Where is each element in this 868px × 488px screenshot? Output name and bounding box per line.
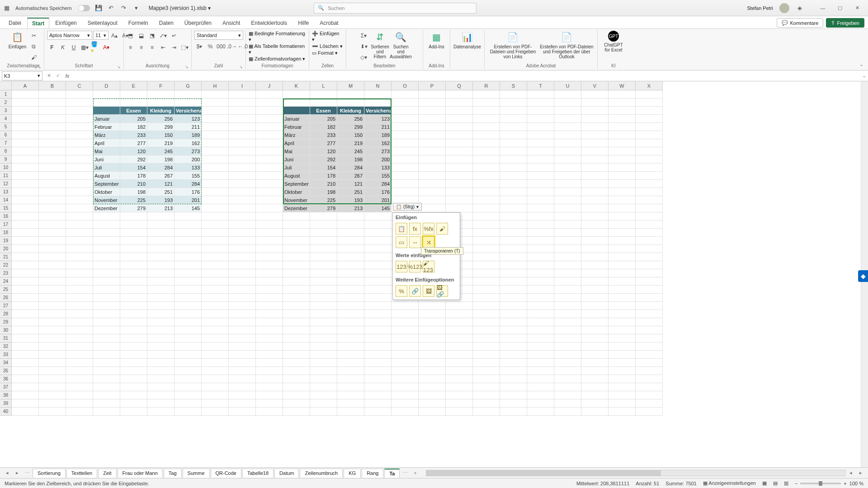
cell[interactable]	[283, 221, 310, 229]
percent-icon[interactable]: %	[205, 42, 215, 52]
cell[interactable]	[392, 367, 419, 375]
cell[interactable]	[473, 155, 500, 164]
cell[interactable]	[310, 318, 337, 326]
col-header[interactable]: I	[229, 81, 256, 90]
cell[interactable]	[581, 277, 609, 286]
cell[interactable]	[147, 277, 175, 286]
cell[interactable]	[283, 399, 310, 408]
cell[interactable]	[202, 351, 229, 359]
cell[interactable]	[581, 253, 609, 261]
cell[interactable]	[473, 367, 500, 375]
cell[interactable]	[229, 115, 256, 123]
cell[interactable]	[283, 375, 310, 383]
cell[interactable]	[202, 139, 229, 147]
cond-format-button[interactable]: ▦ Bedingte Formatierung ▾	[249, 31, 306, 42]
cell[interactable]	[39, 204, 66, 212]
cell[interactable]	[636, 139, 663, 147]
cell[interactable]	[500, 123, 527, 131]
cell[interactable]	[581, 326, 609, 334]
cell[interactable]	[66, 221, 93, 229]
cell[interactable]	[93, 294, 120, 302]
cell[interactable]	[120, 375, 147, 383]
cell[interactable]	[527, 180, 554, 188]
cell[interactable]	[609, 245, 636, 253]
cell[interactable]: 145	[364, 204, 392, 212]
cell[interactable]	[147, 302, 175, 310]
cell[interactable]	[66, 261, 93, 269]
cell[interactable]: 225	[120, 196, 147, 204]
cell[interactable]	[202, 115, 229, 123]
cell[interactable]: 279	[120, 204, 147, 212]
cell[interactable]	[446, 310, 473, 318]
grow-font-icon[interactable]: A▴	[109, 31, 119, 41]
cell[interactable]	[419, 343, 446, 351]
cell[interactable]	[310, 237, 337, 245]
col-header[interactable]: J	[256, 81, 283, 90]
cell[interactable]	[229, 326, 256, 334]
col-header[interactable]: H	[202, 81, 229, 90]
cell[interactable]	[310, 229, 337, 237]
cell[interactable]: September	[93, 180, 120, 188]
cell[interactable]	[229, 277, 256, 286]
row-header[interactable]: 18	[0, 229, 12, 237]
col-header[interactable]: S	[500, 81, 527, 90]
cell[interactable]	[120, 351, 147, 359]
cell[interactable]	[581, 334, 609, 343]
row-header[interactable]: 3	[0, 107, 12, 115]
cell[interactable]: 292	[310, 155, 337, 164]
col-header[interactable]: G	[175, 81, 202, 90]
cell[interactable]	[636, 229, 663, 237]
cell[interactable]	[12, 90, 39, 99]
scroll-right-icon[interactable]: ▸	[856, 470, 865, 476]
cell[interactable]	[12, 326, 39, 334]
cell[interactable]: Juli	[283, 164, 310, 172]
cell[interactable]	[120, 326, 147, 334]
sheet-tab[interactable]: Rang	[362, 469, 383, 478]
cell[interactable]	[337, 351, 364, 359]
diamond-icon[interactable]: ◈	[796, 4, 804, 12]
cell[interactable]	[283, 237, 310, 245]
cell[interactable]	[39, 391, 66, 399]
cell[interactable]	[202, 318, 229, 326]
cell[interactable]	[419, 359, 446, 367]
sheet-tab[interactable]: Textteilen	[66, 469, 97, 478]
cell[interactable]	[202, 180, 229, 188]
cell[interactable]	[636, 221, 663, 229]
cell[interactable]	[554, 123, 581, 131]
cell[interactable]	[392, 90, 419, 99]
cell[interactable]	[473, 286, 500, 294]
cell[interactable]	[581, 204, 609, 212]
cell[interactable]	[527, 164, 554, 172]
align-left-icon[interactable]: ≡	[126, 42, 136, 52]
cell[interactable]	[120, 302, 147, 310]
close-button[interactable]: ✕	[849, 2, 865, 14]
cell[interactable]	[39, 359, 66, 367]
cell[interactable]	[636, 261, 663, 269]
cell[interactable]	[364, 351, 392, 359]
cell[interactable]: 284	[337, 164, 364, 172]
cell[interactable]	[283, 99, 310, 107]
cell[interactable]	[202, 99, 229, 107]
cell[interactable]	[147, 391, 175, 399]
cell[interactable]	[175, 269, 202, 277]
cell[interactable]	[66, 131, 93, 139]
font-size-combo[interactable]: 11▾	[93, 31, 108, 40]
cell[interactable]	[229, 375, 256, 383]
cell[interactable]	[202, 245, 229, 253]
cell[interactable]	[473, 212, 500, 221]
cell[interactable]	[310, 383, 337, 391]
cell[interactable]	[120, 90, 147, 99]
cell[interactable]	[337, 359, 364, 367]
cell[interactable]	[392, 375, 419, 383]
cell[interactable]	[229, 399, 256, 408]
cell[interactable]	[554, 99, 581, 107]
cell[interactable]	[554, 90, 581, 99]
sheet-tab[interactable]: Frau oder Mann	[118, 469, 163, 478]
cell[interactable]	[500, 180, 527, 188]
row-header[interactable]: 28	[0, 310, 12, 318]
cell[interactable]	[147, 90, 175, 99]
currency-icon[interactable]: $▾	[194, 42, 204, 52]
cell[interactable]	[609, 99, 636, 107]
cell[interactable]	[500, 310, 527, 318]
cell[interactable]	[175, 408, 202, 416]
